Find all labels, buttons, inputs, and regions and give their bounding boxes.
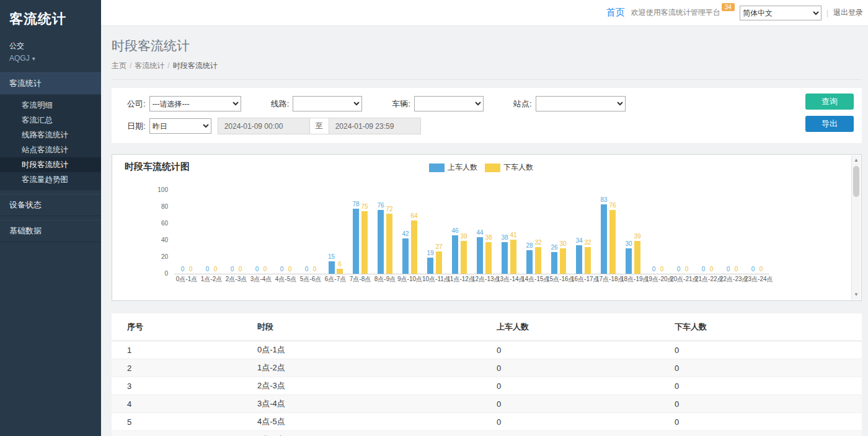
line-select[interactable] xyxy=(293,96,362,111)
bar-value-label: 27 xyxy=(436,243,443,251)
scrollbar-thumb[interactable] xyxy=(853,166,859,197)
bar[interactable] xyxy=(526,250,533,274)
legend-item[interactable]: 下车人数 xyxy=(485,162,533,173)
sidebar-section[interactable]: 客流统计 xyxy=(0,72,101,95)
bar[interactable] xyxy=(634,241,640,274)
bar[interactable] xyxy=(551,252,557,274)
sidebar: 客流统计 公交 AQGJ▾ 客流统计客流明细客流汇总线路客流统计站点客流统计时段… xyxy=(0,0,101,436)
bar-pair: 00 xyxy=(645,191,670,274)
table-cell: 5 xyxy=(112,413,252,431)
bar[interactable] xyxy=(378,210,384,274)
bar-column: 46 xyxy=(451,227,458,274)
company-select[interactable]: ---请选择--- xyxy=(149,96,241,111)
legend-item[interactable]: 上车人数 xyxy=(429,162,477,173)
bar-value-label: 64 xyxy=(411,212,418,220)
bar[interactable] xyxy=(329,261,335,274)
bar-column: 30 xyxy=(625,240,632,274)
date-start-input[interactable] xyxy=(218,118,310,134)
table-row[interactable]: 54点-5点00 xyxy=(112,413,862,431)
bar[interactable] xyxy=(609,210,616,274)
bar[interactable] xyxy=(427,258,433,274)
chart-scrollbar[interactable]: ▲ ▼ xyxy=(851,155,861,300)
bar[interactable] xyxy=(436,251,442,274)
bar-pair: 2630 xyxy=(546,191,571,274)
welcome-text: 欢迎使用客流统计管理平台 xyxy=(631,7,720,18)
bar[interactable] xyxy=(353,209,359,274)
sidebar-item[interactable]: 线路客流统计 xyxy=(0,128,101,142)
table-cell: 0 xyxy=(670,341,862,359)
bar-pair: 156 xyxy=(323,191,348,274)
language-select[interactable]: 简体中文 xyxy=(740,6,822,20)
company-dropdown[interactable]: AQGJ▾ xyxy=(0,52,101,72)
bar[interactable] xyxy=(502,242,508,274)
table-row[interactable]: 10点-1点00 xyxy=(112,341,862,359)
table-header-cell: 序号 xyxy=(112,313,252,341)
bar[interactable] xyxy=(452,235,458,274)
bar-pair: 4438 xyxy=(472,191,497,274)
bar[interactable] xyxy=(510,240,516,274)
bar-column: 32 xyxy=(535,239,542,274)
sidebar-item[interactable]: 站点客流统计 xyxy=(0,142,101,157)
bar-column: 39 xyxy=(461,233,467,274)
table-row[interactable]: 21点-2点00 xyxy=(112,359,862,377)
query-button[interactable]: 查询 xyxy=(805,94,854,110)
breadcrumb-item[interactable]: 主页 xyxy=(112,61,126,70)
bar-value-label: 0 xyxy=(189,266,193,273)
bar-value-label: 0 xyxy=(214,266,218,273)
bar-value-label: 0 xyxy=(685,266,689,273)
bar[interactable] xyxy=(576,245,582,274)
station-select[interactable] xyxy=(536,96,626,111)
x-axis-label: 23点-24点 xyxy=(745,274,769,284)
sidebar-section[interactable]: 基础数据 xyxy=(0,220,101,242)
legend-label: 下车人数 xyxy=(503,162,533,173)
bar-value-label: 28 xyxy=(526,242,533,250)
sidebar-item[interactable]: 客流汇总 xyxy=(0,113,101,128)
breadcrumb-item[interactable]: 客流统计 xyxy=(135,61,164,70)
x-axis-label: 0点-1点 xyxy=(174,274,199,284)
bar-group: 303918点-19点 xyxy=(621,191,645,284)
sidebar-section[interactable]: 设备状态 xyxy=(0,194,101,216)
bar-value-label: 0 xyxy=(313,266,317,273)
bar[interactable] xyxy=(535,247,541,274)
bar-column: 0 xyxy=(725,266,732,274)
bar[interactable] xyxy=(386,214,392,274)
table-cell: 1 xyxy=(112,341,252,359)
bar-column: 0 xyxy=(237,266,244,274)
bar[interactable] xyxy=(361,211,368,274)
bar[interactable] xyxy=(477,237,483,274)
y-axis-tick: 80 xyxy=(161,203,168,211)
sidebar-item[interactable]: 时段客流统计 xyxy=(0,157,101,172)
sidebar-item[interactable]: 客流明细 xyxy=(0,98,101,113)
scroll-down-icon[interactable]: ▼ xyxy=(852,290,861,299)
bar[interactable] xyxy=(626,248,632,274)
home-link[interactable]: 首页 xyxy=(606,7,625,19)
date-preset-select[interactable]: 昨日 xyxy=(149,118,211,134)
bar[interactable] xyxy=(560,248,566,274)
bar-group: 463911点-12点 xyxy=(447,191,472,284)
bar[interactable] xyxy=(585,247,591,274)
notification-badge[interactable]: 34 xyxy=(722,3,735,11)
export-button[interactable]: 导出 xyxy=(805,116,854,132)
logout-link[interactable]: 退出登录 xyxy=(833,7,863,18)
bar[interactable] xyxy=(402,238,409,274)
table-row[interactable]: 65点-6点00 xyxy=(112,431,862,436)
bar[interactable] xyxy=(601,204,607,274)
bar[interactable] xyxy=(337,269,343,274)
bar[interactable] xyxy=(461,241,467,274)
table-cell: 0 xyxy=(670,359,862,377)
scroll-up-icon[interactable]: ▲ xyxy=(852,156,861,165)
bar-value-label: 76 xyxy=(609,202,616,209)
date-end-input[interactable] xyxy=(329,118,421,134)
app-title: 客流统计 xyxy=(0,0,101,31)
bar-value-label: 0 xyxy=(305,266,309,273)
vehicle-select[interactable] xyxy=(414,96,484,111)
table-row[interactable]: 43点-4点00 xyxy=(112,395,862,413)
bar-column: 0 xyxy=(701,266,707,274)
bar-column: 0 xyxy=(229,266,236,274)
bar-group: 42649点-10点 xyxy=(397,191,422,284)
table-cell: 0 xyxy=(670,413,862,431)
bar[interactable] xyxy=(411,220,417,274)
table-row[interactable]: 32点-3点00 xyxy=(112,377,862,395)
bar[interactable] xyxy=(485,242,492,274)
sidebar-item[interactable]: 客流量趋势图 xyxy=(0,172,101,187)
